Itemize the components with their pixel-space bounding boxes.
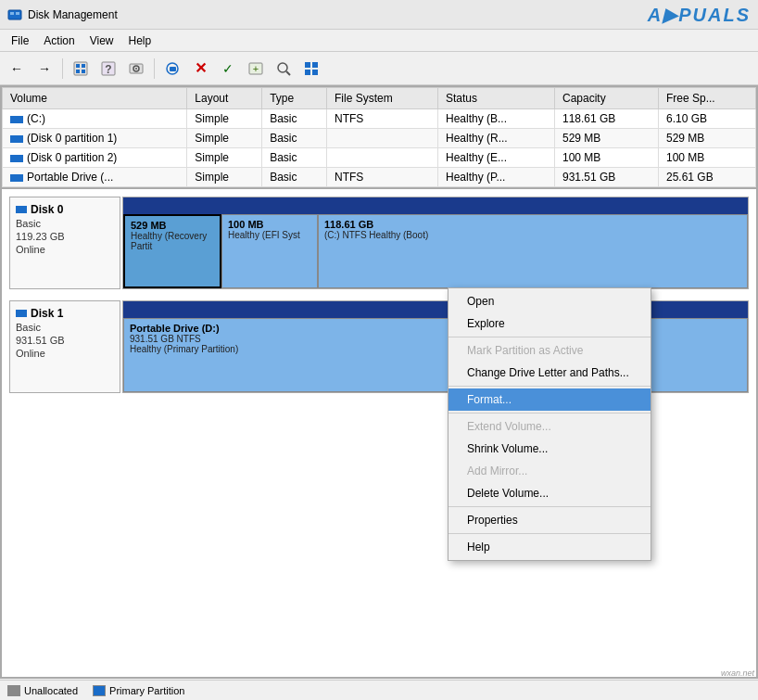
part-label: Healthy (EFI Syst xyxy=(228,230,311,240)
rescan-button[interactable] xyxy=(159,56,185,82)
disk-info: Disk 1 Basic 931.51 GB Online xyxy=(9,300,120,393)
svg-rect-6 xyxy=(76,70,80,73)
context-menu-item: Mark Partition as Active xyxy=(448,339,651,362)
cell-status: Healthy (P... xyxy=(437,168,554,187)
cell-freespace: 25.61 GB xyxy=(659,168,756,187)
window-title: Disk Management xyxy=(28,8,118,21)
cell-type: Basic xyxy=(262,148,327,168)
check-button[interactable]: ✓ xyxy=(215,56,241,82)
search-button[interactable] xyxy=(271,56,297,82)
status-bar: Unallocated Primary Partition xyxy=(0,680,758,700)
svg-rect-2 xyxy=(16,12,19,15)
disk-size: 119.23 GB xyxy=(16,231,114,242)
unallocated-label: Unallocated xyxy=(24,685,78,696)
help-button[interactable]: ? xyxy=(95,56,121,82)
disk-partitions: 529 MB Healthy (Recovery Partit 100 MB H… xyxy=(122,197,749,289)
context-menu-item[interactable]: Shrink Volume... xyxy=(448,438,651,460)
menu-action[interactable]: Action xyxy=(36,32,82,49)
partition-block[interactable]: 529 MB Healthy (Recovery Partit xyxy=(123,214,221,288)
part-size: 529 MB xyxy=(131,220,214,231)
primary-color xyxy=(93,685,106,696)
col-header-layout[interactable]: Layout xyxy=(187,88,262,109)
cell-volume: (Disk 0 partition 1) xyxy=(3,129,187,148)
svg-point-12 xyxy=(135,68,137,70)
svg-text:?: ? xyxy=(105,63,111,76)
cell-layout: Simple xyxy=(187,168,262,187)
table-row[interactable]: Portable Drive (... Simple Basic NTFS He… xyxy=(3,168,756,187)
svg-rect-19 xyxy=(305,62,310,68)
context-menu-item[interactable]: Format... xyxy=(448,388,651,411)
status-primary: Primary Partition xyxy=(93,685,184,696)
back-button[interactable]: ← xyxy=(4,56,30,82)
cell-status: Healthy (B... xyxy=(437,109,554,129)
toolbar-separator-2 xyxy=(154,58,155,79)
context-menu-item[interactable]: Delete Volume... xyxy=(448,482,651,504)
context-menu: OpenExploreMark Partition as ActiveChang… xyxy=(448,287,651,561)
cell-capacity: 118.61 GB xyxy=(555,109,659,129)
cell-volume: (C:) xyxy=(3,109,187,129)
cell-volume: (Disk 0 partition 2) xyxy=(3,148,187,168)
cell-freespace: 100 MB xyxy=(659,148,756,168)
svg-line-18 xyxy=(286,71,290,75)
menu-help[interactable]: Help xyxy=(121,32,159,49)
cell-capacity: 931.51 GB xyxy=(555,168,659,187)
forward-button[interactable]: → xyxy=(32,56,57,82)
table-row[interactable]: (C:) Simple Basic NTFS Healthy (B... 118… xyxy=(3,109,756,129)
context-menu-item: Extend Volume... xyxy=(448,415,651,438)
disk-properties-button[interactable] xyxy=(123,56,149,82)
menu-file[interactable]: File xyxy=(4,32,36,49)
menu-view[interactable]: View xyxy=(82,32,121,49)
disk-header-bar xyxy=(123,301,748,318)
properties-button[interactable] xyxy=(68,56,94,82)
svg-rect-21 xyxy=(305,70,310,75)
cell-type: Basic xyxy=(262,109,327,129)
cell-freespace: 529 MB xyxy=(659,129,756,148)
col-header-capacity[interactable]: Capacity xyxy=(555,88,659,109)
partition-block[interactable]: Portable Drive (D:) 931.51 GB NTFS Healt… xyxy=(123,318,748,392)
svg-rect-5 xyxy=(82,64,85,68)
cell-filesystem xyxy=(326,129,437,148)
context-menu-item[interactable]: Help xyxy=(448,536,651,558)
context-menu-item[interactable]: Properties xyxy=(448,509,651,531)
view-button[interactable] xyxy=(298,56,324,82)
cell-capacity: 100 MB xyxy=(555,148,659,168)
context-menu-item[interactable]: Open xyxy=(448,290,651,312)
context-menu-item[interactable]: Explore xyxy=(448,312,651,335)
disk-info: Disk 0 Basic 119.23 GB Online xyxy=(9,197,120,289)
cell-volume: Portable Drive (... xyxy=(3,168,187,187)
disk-icon xyxy=(16,310,27,317)
disk-size: 931.51 GB xyxy=(16,335,114,346)
app-icon xyxy=(7,7,22,22)
disk-status: Online xyxy=(16,244,114,255)
part-size: 118.61 GB xyxy=(324,219,741,230)
context-menu-item[interactable]: Change Drive Letter and Paths... xyxy=(448,362,651,384)
col-header-volume[interactable]: Volume xyxy=(3,88,187,109)
context-menu-separator xyxy=(448,413,651,414)
svg-text:+: + xyxy=(253,63,259,74)
table-row[interactable]: (Disk 0 partition 1) Simple Basic Health… xyxy=(3,129,756,148)
volume-table: Volume Layout Type File System Status Ca… xyxy=(2,87,756,187)
cell-type: Basic xyxy=(262,168,327,187)
svg-rect-4 xyxy=(76,64,80,68)
col-header-freespace[interactable]: Free Sp... xyxy=(659,88,756,109)
disk-type: Basic xyxy=(16,322,114,333)
svg-rect-20 xyxy=(312,62,318,68)
cell-filesystem: NTFS xyxy=(326,109,437,129)
svg-rect-1 xyxy=(10,12,14,15)
table-row[interactable]: (Disk 0 partition 2) Simple Basic Health… xyxy=(3,148,756,168)
col-header-type[interactable]: Type xyxy=(262,88,327,109)
cell-capacity: 529 MB xyxy=(555,129,659,148)
toolbar: ← → ? ✕ ✓ + xyxy=(0,52,758,85)
partition-block[interactable]: 118.61 GB (C:) NTFS Healthy (Boot) xyxy=(318,214,748,288)
partition-block[interactable]: 100 MB Healthy (EFI Syst xyxy=(221,214,318,288)
svg-rect-7 xyxy=(82,70,85,73)
svg-rect-22 xyxy=(312,70,318,75)
disk-header-bar xyxy=(123,197,748,214)
col-header-status[interactable]: Status xyxy=(437,88,554,109)
delete-button[interactable]: ✕ xyxy=(187,56,213,82)
col-header-filesystem[interactable]: File System xyxy=(326,88,437,109)
disk-status: Online xyxy=(16,348,114,359)
svg-rect-14 xyxy=(170,67,176,71)
disk-row: Disk 0 Basic 119.23 GB Online 529 MB Hea… xyxy=(9,197,749,289)
add-button[interactable]: + xyxy=(243,56,269,82)
